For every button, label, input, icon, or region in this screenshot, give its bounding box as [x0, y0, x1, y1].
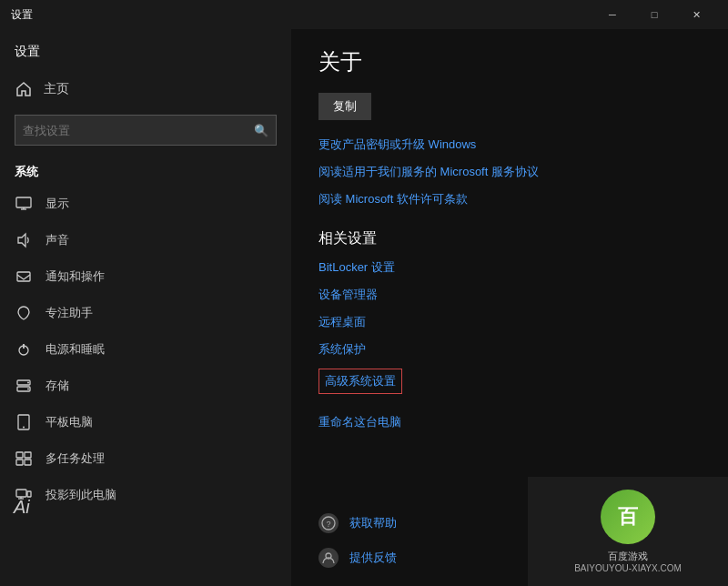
notifications-label: 通知和操作	[46, 268, 105, 285]
advanced-settings-link[interactable]: 高级系统设置	[318, 369, 402, 394]
page-title: 关于	[318, 47, 701, 76]
watermark: 百 百度游戏 BAIYOUYOU-XIAYX.COM	[528, 477, 728, 586]
help-icon: ?	[318, 513, 339, 533]
svg-text:?: ?	[326, 520, 330, 529]
svg-point-12	[23, 427, 25, 429]
sidebar-item-focus[interactable]: 专注助手	[0, 295, 291, 331]
window-controls: ─ □ ✕	[592, 0, 717, 29]
storage-label: 存储	[46, 378, 69, 394]
feedback-item[interactable]: 提供反馈	[318, 548, 397, 568]
focus-label: 专注助手	[46, 305, 93, 321]
multitask-icon	[15, 450, 33, 468]
feedback-icon	[318, 548, 339, 568]
related-section-title: 相关设置	[318, 229, 701, 248]
tablet-label: 平板电脑	[46, 414, 93, 430]
watermark-line1: 百度游戏	[608, 550, 648, 563]
svg-rect-15	[16, 460, 23, 465]
svg-rect-16	[25, 460, 31, 465]
sidebar: 设置 主页 🔍 系统	[0, 29, 291, 586]
get-help-item[interactable]: ? 获取帮助	[318, 513, 397, 533]
home-label: 主页	[44, 81, 69, 97]
sidebar-item-storage[interactable]: 存储	[0, 368, 291, 404]
maximize-button[interactable]: □	[633, 0, 675, 29]
svg-rect-14	[25, 452, 31, 458]
device-manager-link[interactable]: 设备管理器	[318, 287, 701, 303]
sidebar-item-project[interactable]: 投影到此电脑	[0, 477, 291, 513]
svg-marker-3	[18, 234, 25, 247]
settings-window: 设置 ─ □ ✕ 设置 主页 🔍 系统	[0, 0, 728, 586]
license-link[interactable]: 阅读 Microsoft 软件许可条款	[318, 191, 701, 207]
watermark-url: BAIYOUYOU-XIAYX.COM	[574, 563, 682, 573]
power-label: 电源和睡眠	[46, 341, 105, 358]
tablet-icon	[15, 413, 33, 431]
svg-rect-13	[16, 452, 23, 458]
sidebar-item-tablet[interactable]: 平板电脑	[0, 404, 291, 440]
sidebar-title: 设置	[0, 36, 291, 71]
sidebar-item-home[interactable]: 主页	[0, 71, 291, 107]
rename-pc-link[interactable]: 重命名这台电脑	[318, 414, 701, 430]
bottom-actions: ? 获取帮助 提供反馈	[318, 513, 397, 568]
title-bar: 设置 ─ □ ✕	[0, 0, 728, 29]
search-icon: 🔍	[254, 124, 268, 137]
minimize-button[interactable]: ─	[592, 0, 633, 29]
svg-rect-17	[16, 490, 26, 497]
section-label: 系统	[0, 153, 291, 186]
ai-text: Ai	[14, 497, 30, 518]
window-title: 设置	[11, 7, 33, 23]
home-icon	[15, 80, 33, 98]
remote-desktop-link[interactable]: 远程桌面	[318, 314, 701, 330]
display-label: 显示	[46, 196, 69, 212]
focus-icon	[15, 304, 33, 322]
display-icon	[15, 195, 33, 213]
sidebar-item-sound[interactable]: 声音	[0, 222, 291, 258]
svg-point-9	[27, 382, 29, 384]
search-input[interactable]	[23, 124, 254, 137]
sidebar-item-notifications[interactable]: 通知和操作	[0, 258, 291, 295]
product-key-link[interactable]: 更改产品密钥或升级 Windows	[318, 136, 701, 153]
watermark-logo-text: 百	[618, 503, 638, 530]
power-icon	[15, 340, 33, 359]
bitlocker-link[interactable]: BitLocker 设置	[318, 259, 701, 276]
feedback-label: 提供反馈	[349, 550, 397, 566]
watermark-logo: 百	[601, 490, 655, 544]
multitask-label: 多任务处理	[46, 450, 105, 467]
sidebar-item-multitask[interactable]: 多任务处理	[0, 440, 291, 477]
system-protection-link[interactable]: 系统保护	[318, 341, 701, 358]
sound-label: 声音	[46, 232, 69, 248]
service-agreement-link[interactable]: 阅读适用于我们服务的 Microsoft 服务协议	[318, 164, 701, 180]
svg-point-10	[27, 389, 29, 390]
sound-icon	[15, 231, 33, 249]
search-box[interactable]: 🔍	[15, 115, 277, 146]
sidebar-item-display[interactable]: 显示	[0, 186, 291, 222]
notifications-icon	[15, 268, 33, 286]
get-help-label: 获取帮助	[349, 515, 397, 531]
project-label: 投影到此电脑	[46, 487, 116, 503]
close-button[interactable]: ✕	[675, 0, 717, 29]
sidebar-item-power[interactable]: 电源和睡眠	[0, 331, 291, 368]
svg-rect-0	[16, 197, 31, 207]
copy-button[interactable]: 复制	[318, 93, 371, 120]
storage-icon	[15, 377, 33, 395]
